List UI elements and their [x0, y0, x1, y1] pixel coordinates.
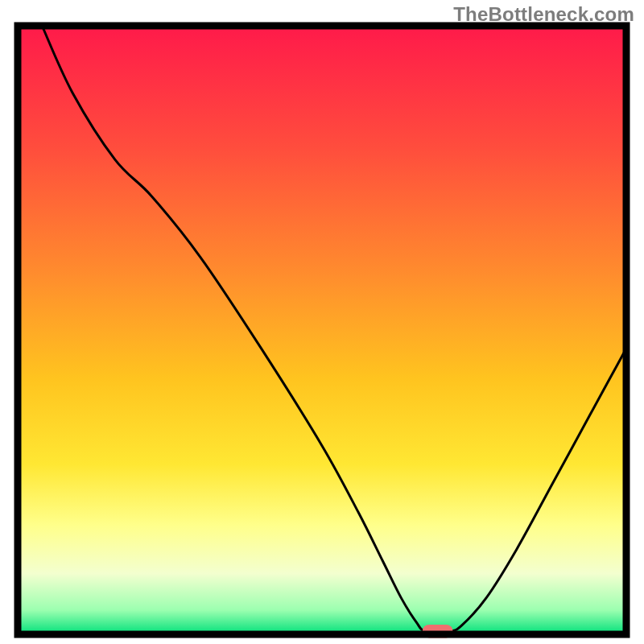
watermark-text: TheBottleneck.com — [453, 3, 634, 26]
gradient-background — [18, 26, 626, 634]
bottleneck-chart — [0, 0, 644, 644]
plot-area — [18, 26, 626, 638]
chart-container: TheBottleneck.com — [0, 0, 644, 644]
